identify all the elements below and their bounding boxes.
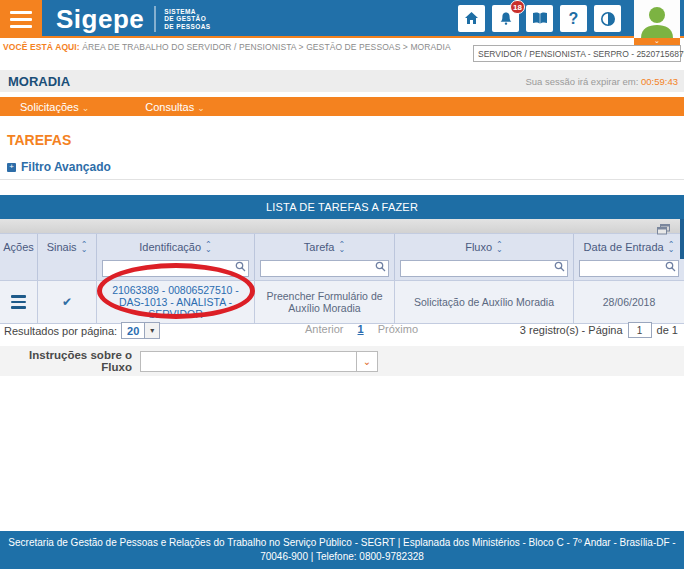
notification-badge: 18 — [510, 0, 525, 14]
results-per-page-value: 20 — [122, 323, 144, 338]
chevron-down-icon: ⌄ — [197, 103, 205, 113]
column-tarefa[interactable]: Tarefa⌃⌄ — [255, 234, 395, 280]
table-scrollbar[interactable] — [680, 219, 684, 259]
profile-context-value: SERVIDOR / PENSIONISTA - SERPRO - 252071… — [474, 46, 684, 61]
tarefa-filter-input[interactable] — [260, 260, 389, 277]
profile-context-select[interactable]: SERVIDOR / PENSIONISTA - SERPRO - 252071… — [473, 45, 681, 62]
tasks-heading: TAREFAS — [7, 132, 71, 148]
sort-icon[interactable]: ⌃⌄ — [205, 242, 212, 252]
logo-divider — [154, 6, 156, 32]
hamburger-menu-button[interactable] — [0, 0, 42, 38]
notifications-bell-icon[interactable]: 18 — [492, 5, 519, 32]
nav-consultas[interactable]: Consultas⌄ — [145, 101, 204, 113]
top-header: Sigepe SISTEMA DE GESTÃO DE PESSOAS 18 ? — [0, 0, 684, 38]
flow-instructions-select[interactable]: ⌄ — [140, 351, 378, 372]
footer-line1: Secretaria de Gestão de Pessoas e Relaçõ… — [0, 536, 684, 550]
session-timer: Sua sessão irá expirar em: 00:59:43 — [525, 76, 678, 87]
header-icons: 18 ? — [458, 5, 621, 32]
table-title: LISTA DE TAREFAS A FAZER — [0, 195, 684, 219]
advanced-filter-toggle[interactable]: + Filtro Avançado — [7, 160, 111, 174]
column-fluxo[interactable]: Fluxo⌃⌄ — [395, 234, 574, 280]
session-countdown: 00:59:43 — [641, 76, 678, 87]
breadcrumb: VOCÊ ESTÁ AQUI: ÁREA DE TRABALHO DO SERV… — [3, 42, 473, 52]
footer: Secretaria de Gestão de Pessoas e Relaçõ… — [0, 531, 684, 569]
row-tarefa-cell: Preencher Formulário de Auxílio Moradia — [255, 281, 395, 323]
breadcrumb-path: ÁREA DE TRABALHO DO SERVIDOR / PENSIONIS… — [82, 42, 451, 52]
dropdown-arrow-icon: ▾ — [144, 323, 159, 338]
check-icon: ✔ — [62, 295, 72, 309]
page-title: MORADIA — [8, 74, 70, 89]
contrast-icon[interactable] — [594, 5, 621, 32]
sort-icon[interactable]: ⌃⌄ — [668, 242, 675, 252]
column-sinais[interactable]: Sinais⌃⌄ — [38, 234, 97, 280]
footer-line2: 70046-900 | Telefone: 0800-9782328 — [0, 550, 684, 564]
tasks-table: LISTA DE TAREFAS A FAZER Ações Sinais⌃⌄ … — [0, 195, 684, 324]
breadcrumb-prefix: VOCÊ ESTÁ AQUI: — [3, 42, 80, 52]
data-entrada-filter-input[interactable] — [579, 260, 679, 277]
search-icon — [554, 261, 565, 272]
help-question-icon[interactable]: ? — [560, 5, 587, 32]
search-icon — [235, 261, 246, 272]
results-per-page-select[interactable]: 20 ▾ — [121, 322, 160, 339]
advanced-filter-label: Filtro Avançado — [21, 160, 111, 174]
sort-icon[interactable]: ⌃⌄ — [496, 242, 503, 252]
table-header-row: Ações Sinais⌃⌄ Identificação⌃⌄ Tarefa⌃⌄ — [0, 233, 684, 280]
current-page-number[interactable]: 1 — [358, 323, 364, 335]
column-acoes: Ações — [0, 234, 38, 280]
flow-instructions-label: Instruções sobre o Fluxo — [0, 349, 140, 373]
column-identificacao[interactable]: Identificação⌃⌄ — [97, 234, 255, 280]
row-identificacao-link[interactable]: 21063389 - 00806527510 - DAS-1013 - ANAL… — [97, 281, 255, 323]
user-avatar[interactable]: ⌄ — [634, 0, 680, 46]
table-toolbar-strip — [0, 219, 684, 233]
fluxo-filter-input[interactable] — [400, 260, 568, 277]
next-page-button[interactable]: Próximo — [378, 323, 418, 335]
pagination-bar: Resultados por página: 20 ▾ Anterior 1 P… — [0, 320, 684, 340]
sort-icon[interactable]: ⌃⌄ — [338, 242, 345, 252]
row-actions-cell[interactable] — [0, 281, 38, 323]
divider — [0, 179, 684, 180]
row-sinais-cell: ✔ — [38, 281, 97, 323]
search-icon — [665, 261, 676, 272]
sigepe-logo: Sigepe SISTEMA DE GESTÃO DE PESSOAS — [56, 0, 211, 38]
search-icon — [375, 261, 386, 272]
module-nav: Solicitações⌄ Consultas⌄ — [0, 97, 684, 116]
chevron-down-icon: ⌄ — [82, 103, 90, 113]
results-per-page-label: Resultados por página: — [4, 325, 117, 337]
row-data-entrada-cell: 28/06/2018 — [574, 281, 684, 323]
row-fluxo-cell: Solicitação de Auxílio Moradia — [395, 281, 574, 323]
logo-subtitle: SISTEMA DE GESTÃO DE PESSOAS — [164, 8, 210, 31]
flow-instructions-row: Instruções sobre o Fluxo ⌄ — [0, 346, 684, 376]
column-data-entrada[interactable]: Data de Entrada⌃⌄ — [574, 234, 684, 280]
avatar-image — [634, 0, 680, 38]
records-summary-suffix: de 1 — [657, 324, 678, 336]
sort-icon[interactable]: ⌃⌄ — [81, 242, 88, 252]
previous-page-button[interactable]: Anterior — [305, 323, 344, 335]
identificacao-filter-input[interactable] — [102, 260, 249, 277]
module-title-bar: MORADIA Sua sessão irá expirar em: 00:59… — [0, 70, 684, 92]
sigepe-page: Sigepe SISTEMA DE GESTÃO DE PESSOAS 18 ? — [0, 0, 684, 569]
manual-book-icon[interactable] — [526, 5, 553, 32]
nav-solicitacoes[interactable]: Solicitações⌄ — [20, 101, 89, 113]
records-summary-prefix: 3 registro(s) - Página — [520, 324, 623, 336]
chevron-down-icon: ⌄ — [356, 352, 377, 371]
page-number-input[interactable] — [628, 322, 652, 338]
table-row: ✔ 21063389 - 00806527510 - DAS-1013 - AN… — [0, 280, 684, 324]
logo-text: Sigepe — [56, 4, 144, 35]
home-icon[interactable] — [458, 5, 485, 32]
expand-plus-icon: + — [7, 163, 16, 172]
actions-menu-icon[interactable] — [11, 295, 26, 309]
